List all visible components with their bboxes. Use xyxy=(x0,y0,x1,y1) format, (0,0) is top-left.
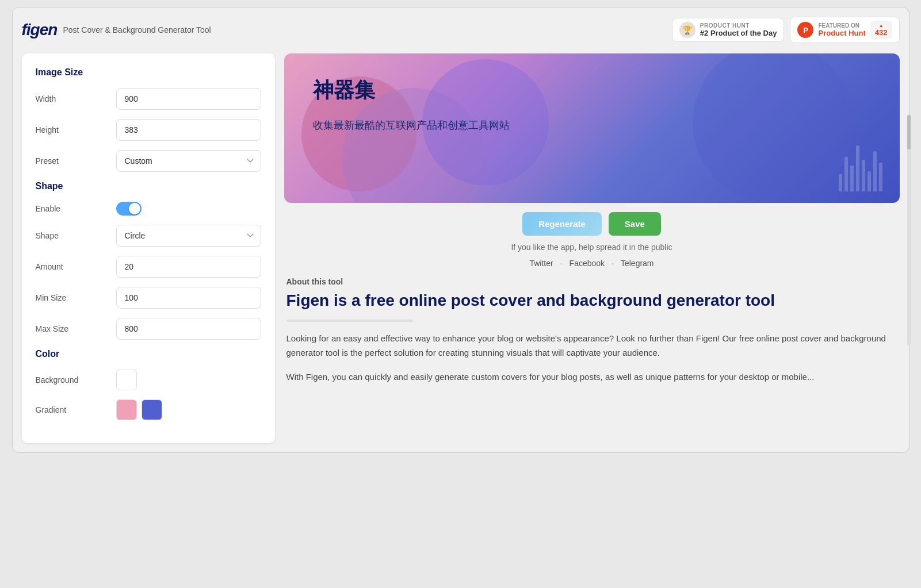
about-section: About this tool Figen is a free online p… xyxy=(284,277,900,393)
shape-circle-4 xyxy=(693,53,854,203)
about-label: About this tool xyxy=(286,277,897,286)
canvas-text: 神器集 收集最新最酷的互联网产品和创意工具网站 xyxy=(313,76,510,132)
scrollbar-track[interactable] xyxy=(907,115,911,345)
save-button[interactable]: Save xyxy=(609,212,661,236)
about-divider xyxy=(286,320,413,322)
image-size-section-title: Image Size xyxy=(36,67,261,78)
gradient-swatches xyxy=(116,399,162,420)
badge-product-day[interactable]: 🏆 PRODUCT HUNT #2 Product of the Day xyxy=(672,18,785,42)
shape-label: Shape xyxy=(36,231,116,240)
preset-row: Preset Custom Twitter Facebook LinkedIn … xyxy=(36,150,261,172)
background-label: Background xyxy=(36,375,116,385)
facebook-link[interactable]: Facebook xyxy=(570,259,605,268)
color-section-title: Color xyxy=(36,349,261,359)
canvas-title: 神器集 xyxy=(313,76,510,105)
min-size-input[interactable] xyxy=(116,287,261,309)
trophy-icon: 🏆 xyxy=(679,22,695,38)
badge-featured-main-label: Product Hunt xyxy=(818,29,865,37)
bar-7 xyxy=(873,151,877,191)
about-body-2: With Figen, you can quickly and easily g… xyxy=(286,370,897,385)
badge-count: ▲ 432 xyxy=(870,21,892,39)
width-row: Width xyxy=(36,88,261,110)
content-area: Image Size Width Height Preset Custom Tw… xyxy=(22,53,900,443)
social-links: Twitter · Facebook · Telegram xyxy=(529,259,654,268)
bar-4 xyxy=(856,145,859,191)
shape-section-title: Shape xyxy=(36,181,261,191)
enable-row: Enable xyxy=(36,202,261,216)
logo: figen xyxy=(22,21,58,39)
min-size-label: Min Size xyxy=(36,293,116,302)
about-title: Figen is a free online post cover and ba… xyxy=(286,291,897,310)
toggle-knob xyxy=(129,203,140,214)
enable-toggle[interactable] xyxy=(116,202,142,216)
logo-area: figen Post Cover & Background Generator … xyxy=(22,21,211,39)
upvote-arrow-icon: ▲ xyxy=(879,23,884,28)
enable-label: Enable xyxy=(36,204,116,213)
amount-input[interactable] xyxy=(116,256,261,278)
main-container: figen Post Cover & Background Generator … xyxy=(12,7,909,453)
dot-1: · xyxy=(560,259,563,268)
bar-3 xyxy=(850,166,854,191)
bar-2 xyxy=(844,157,848,191)
telegram-link[interactable]: Telegram xyxy=(621,259,654,268)
left-panel: Image Size Width Height Preset Custom Tw… xyxy=(22,53,275,443)
preset-select[interactable]: Custom Twitter Facebook LinkedIn YouTube xyxy=(116,150,261,172)
bar-1 xyxy=(839,174,842,191)
background-row: Background xyxy=(36,370,261,390)
badge-day-main-label: #2 Product of the Day xyxy=(700,29,777,37)
action-buttons: Regenerate Save If you like the app, hel… xyxy=(284,212,900,268)
logo-tagline: Post Cover & Background Generator Tool xyxy=(63,25,211,34)
width-label: Width xyxy=(36,94,116,103)
min-size-row: Min Size xyxy=(36,287,261,309)
badge-day-top-label: PRODUCT HUNT xyxy=(700,22,777,29)
right-panel: 神器集 收集最新最酷的互联网产品和创意工具网站 Regenerate Save … xyxy=(284,53,900,443)
gradient-label: Gradient xyxy=(36,405,116,414)
badge-featured-texts: FEATURED ON Product Hunt xyxy=(818,22,865,37)
badge-featured-top-label: FEATURED ON xyxy=(818,22,865,29)
shape-select[interactable]: Circle Square Triangle xyxy=(116,225,261,247)
btn-row: Regenerate Save xyxy=(522,212,661,236)
preset-label: Preset xyxy=(36,156,116,166)
max-size-input[interactable] xyxy=(116,318,261,340)
amount-label: Amount xyxy=(36,262,116,271)
header: figen Post Cover & Background Generator … xyxy=(22,17,900,43)
regenerate-button[interactable]: Regenerate xyxy=(522,212,602,236)
shape-bars xyxy=(839,145,882,191)
badge-day-texts: PRODUCT HUNT #2 Product of the Day xyxy=(700,22,777,37)
amount-row: Amount xyxy=(36,256,261,278)
bar-6 xyxy=(868,171,871,191)
bar-8 xyxy=(879,163,882,191)
height-row: Height xyxy=(36,119,261,141)
about-body-1: Looking for an easy and effective way to… xyxy=(286,331,897,360)
height-input[interactable] xyxy=(116,119,261,141)
twitter-link[interactable]: Twitter xyxy=(529,259,553,268)
gradient-row: Gradient xyxy=(36,399,261,420)
dot-2: · xyxy=(612,259,614,268)
height-label: Height xyxy=(36,125,116,134)
badge-count-value: 432 xyxy=(875,28,888,37)
shape-row: Shape Circle Square Triangle xyxy=(36,225,261,247)
bar-5 xyxy=(862,160,865,191)
scrollbar-thumb[interactable] xyxy=(907,115,911,149)
max-size-label: Max Size xyxy=(36,324,116,333)
ph-icon: P xyxy=(797,22,813,38)
preview-canvas: 神器集 收集最新最酷的互联网产品和创意工具网站 xyxy=(284,53,900,203)
background-color-swatch[interactable] xyxy=(116,370,137,390)
badge-featured[interactable]: P FEATURED ON Product Hunt ▲ 432 xyxy=(790,17,899,43)
gradient-color2-swatch[interactable] xyxy=(142,399,162,420)
canvas-subtitle: 收集最新最酷的互联网产品和创意工具网站 xyxy=(313,118,510,132)
badges-area: 🏆 PRODUCT HUNT #2 Product of the Day P F… xyxy=(672,17,900,43)
gradient-color1-swatch[interactable] xyxy=(116,399,137,420)
spread-text: If you like the app, help spread it in t… xyxy=(511,243,672,252)
max-size-row: Max Size xyxy=(36,318,261,340)
width-input[interactable] xyxy=(116,88,261,110)
